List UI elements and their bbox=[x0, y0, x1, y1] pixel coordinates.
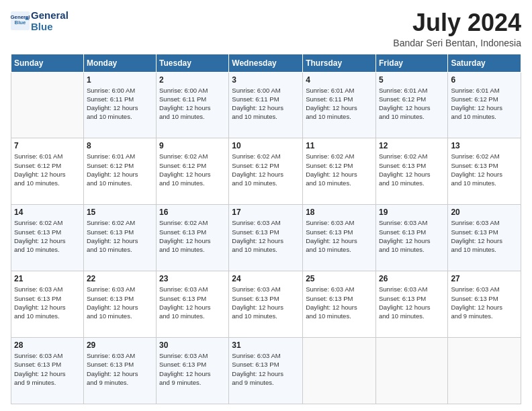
title-area: July 2024 Bandar Seri Bentan, Indonesia bbox=[393, 9, 521, 48]
day-info: Sunrise: 6:01 AM Sunset: 6:12 PM Dayligh… bbox=[451, 86, 518, 122]
day-cell: 24Sunrise: 6:03 AM Sunset: 6:13 PM Dayli… bbox=[229, 271, 303, 338]
day-number: 14 bbox=[14, 208, 81, 217]
day-info: Sunrise: 6:02 AM Sunset: 6:13 PM Dayligh… bbox=[14, 218, 81, 254]
day-cell: 28Sunrise: 6:03 AM Sunset: 6:13 PM Dayli… bbox=[11, 338, 84, 404]
day-number: 10 bbox=[232, 141, 300, 150]
day-info: Sunrise: 6:03 AM Sunset: 6:13 PM Dayligh… bbox=[14, 285, 81, 320]
month-title: July 2024 bbox=[393, 9, 521, 36]
day-cell: 25Sunrise: 6:03 AM Sunset: 6:13 PM Dayli… bbox=[303, 271, 376, 338]
day-number: 18 bbox=[306, 208, 373, 217]
day-info: Sunrise: 6:03 AM Sunset: 6:13 PM Dayligh… bbox=[232, 218, 300, 254]
day-number: 27 bbox=[451, 274, 518, 283]
day-info: Sunrise: 6:03 AM Sunset: 6:13 PM Dayligh… bbox=[159, 351, 226, 387]
day-cell: 13Sunrise: 6:02 AM Sunset: 6:13 PM Dayli… bbox=[448, 138, 521, 205]
day-info: Sunrise: 6:01 AM Sunset: 6:12 PM Dayligh… bbox=[87, 152, 153, 187]
day-info: Sunrise: 6:00 AM Sunset: 6:11 PM Dayligh… bbox=[159, 86, 226, 122]
day-number: 5 bbox=[379, 75, 445, 85]
day-cell bbox=[375, 338, 447, 404]
day-info: Sunrise: 6:03 AM Sunset: 6:13 PM Dayligh… bbox=[451, 285, 518, 320]
day-number: 8 bbox=[87, 141, 153, 150]
day-info: Sunrise: 6:01 AM Sunset: 6:12 PM Dayligh… bbox=[14, 152, 81, 187]
day-number: 2 bbox=[159, 75, 226, 85]
header-day-thursday: Thursday bbox=[303, 54, 376, 72]
day-cell: 15Sunrise: 6:02 AM Sunset: 6:13 PM Dayli… bbox=[83, 205, 156, 271]
header-day-friday: Friday bbox=[375, 54, 447, 72]
day-cell: 14Sunrise: 6:02 AM Sunset: 6:13 PM Dayli… bbox=[11, 205, 84, 271]
logo-text: General Blue bbox=[31, 9, 69, 33]
day-info: Sunrise: 6:00 AM Sunset: 6:11 PM Dayligh… bbox=[87, 86, 153, 122]
calendar-header: SundayMondayTuesdayWednesdayThursdayFrid… bbox=[11, 54, 521, 72]
day-info: Sunrise: 6:03 AM Sunset: 6:13 PM Dayligh… bbox=[306, 285, 373, 320]
day-number: 3 bbox=[232, 75, 300, 85]
day-info: Sunrise: 6:02 AM Sunset: 6:13 PM Dayligh… bbox=[87, 218, 153, 254]
page: General Blue General Blue July 2024 Band… bbox=[0, 0, 532, 411]
header-day-tuesday: Tuesday bbox=[157, 54, 229, 72]
day-number: 31 bbox=[232, 340, 300, 350]
svg-text:Blue: Blue bbox=[15, 20, 27, 26]
day-number: 24 bbox=[232, 274, 300, 283]
day-cell: 11Sunrise: 6:02 AM Sunset: 6:12 PM Dayli… bbox=[303, 138, 376, 205]
day-number: 9 bbox=[159, 141, 226, 150]
day-cell: 19Sunrise: 6:03 AM Sunset: 6:13 PM Dayli… bbox=[375, 205, 447, 271]
day-cell: 17Sunrise: 6:03 AM Sunset: 6:13 PM Dayli… bbox=[229, 205, 303, 271]
day-number: 17 bbox=[232, 208, 300, 217]
week-row-2: 7Sunrise: 6:01 AM Sunset: 6:12 PM Daylig… bbox=[11, 138, 521, 205]
day-cell: 27Sunrise: 6:03 AM Sunset: 6:13 PM Dayli… bbox=[448, 271, 521, 338]
day-cell: 21Sunrise: 6:03 AM Sunset: 6:13 PM Dayli… bbox=[11, 271, 84, 338]
day-cell: 5Sunrise: 6:01 AM Sunset: 6:12 PM Daylig… bbox=[375, 72, 447, 138]
day-cell: 6Sunrise: 6:01 AM Sunset: 6:12 PM Daylig… bbox=[448, 72, 521, 138]
day-number: 13 bbox=[451, 141, 518, 150]
day-number: 11 bbox=[306, 141, 373, 150]
day-number: 26 bbox=[379, 274, 445, 283]
day-info: Sunrise: 6:01 AM Sunset: 6:12 PM Dayligh… bbox=[379, 86, 445, 122]
header-day-monday: Monday bbox=[83, 54, 156, 72]
week-row-3: 14Sunrise: 6:02 AM Sunset: 6:13 PM Dayli… bbox=[11, 205, 521, 271]
day-info: Sunrise: 6:03 AM Sunset: 6:13 PM Dayligh… bbox=[14, 351, 81, 387]
calendar-table: SundayMondayTuesdayWednesdayThursdayFrid… bbox=[11, 54, 521, 404]
day-cell: 2Sunrise: 6:00 AM Sunset: 6:11 PM Daylig… bbox=[157, 72, 229, 138]
day-number: 30 bbox=[159, 340, 226, 350]
day-number: 15 bbox=[87, 208, 153, 217]
logo-icon: General Blue bbox=[11, 11, 30, 30]
header-row: SundayMondayTuesdayWednesdayThursdayFrid… bbox=[11, 54, 521, 72]
day-info: Sunrise: 6:02 AM Sunset: 6:13 PM Dayligh… bbox=[159, 218, 226, 254]
day-cell: 18Sunrise: 6:03 AM Sunset: 6:13 PM Dayli… bbox=[303, 205, 376, 271]
day-cell bbox=[303, 338, 376, 404]
week-row-5: 28Sunrise: 6:03 AM Sunset: 6:13 PM Dayli… bbox=[11, 338, 521, 404]
day-cell: 30Sunrise: 6:03 AM Sunset: 6:13 PM Dayli… bbox=[157, 338, 229, 404]
day-info: Sunrise: 6:03 AM Sunset: 6:13 PM Dayligh… bbox=[379, 218, 445, 254]
day-cell: 3Sunrise: 6:00 AM Sunset: 6:11 PM Daylig… bbox=[229, 72, 303, 138]
day-cell: 8Sunrise: 6:01 AM Sunset: 6:12 PM Daylig… bbox=[83, 138, 156, 205]
day-cell: 16Sunrise: 6:02 AM Sunset: 6:13 PM Dayli… bbox=[157, 205, 229, 271]
day-info: Sunrise: 6:03 AM Sunset: 6:13 PM Dayligh… bbox=[306, 218, 373, 254]
header-day-saturday: Saturday bbox=[448, 54, 521, 72]
day-info: Sunrise: 6:02 AM Sunset: 6:13 PM Dayligh… bbox=[451, 152, 518, 187]
day-cell: 9Sunrise: 6:02 AM Sunset: 6:12 PM Daylig… bbox=[157, 138, 229, 205]
day-info: Sunrise: 6:03 AM Sunset: 6:13 PM Dayligh… bbox=[87, 285, 153, 320]
day-cell bbox=[11, 72, 84, 138]
day-cell: 10Sunrise: 6:02 AM Sunset: 6:12 PM Dayli… bbox=[229, 138, 303, 205]
day-info: Sunrise: 6:02 AM Sunset: 6:12 PM Dayligh… bbox=[232, 152, 300, 187]
day-cell: 4Sunrise: 6:01 AM Sunset: 6:11 PM Daylig… bbox=[303, 72, 376, 138]
day-number: 6 bbox=[451, 75, 518, 85]
day-cell bbox=[448, 338, 521, 404]
logo: General Blue General Blue bbox=[11, 9, 69, 33]
day-info: Sunrise: 6:03 AM Sunset: 6:13 PM Dayligh… bbox=[379, 285, 445, 320]
day-number: 28 bbox=[14, 340, 81, 350]
day-cell: 12Sunrise: 6:02 AM Sunset: 6:13 PM Dayli… bbox=[375, 138, 447, 205]
calendar-body: 1Sunrise: 6:00 AM Sunset: 6:11 PM Daylig… bbox=[11, 72, 521, 404]
day-number: 25 bbox=[306, 274, 373, 283]
header-day-sunday: Sunday bbox=[11, 54, 84, 72]
day-cell: 29Sunrise: 6:03 AM Sunset: 6:13 PM Dayli… bbox=[83, 338, 156, 404]
day-number: 7 bbox=[14, 141, 81, 150]
day-info: Sunrise: 6:03 AM Sunset: 6:13 PM Dayligh… bbox=[232, 351, 300, 387]
day-number: 16 bbox=[159, 208, 226, 217]
day-info: Sunrise: 6:01 AM Sunset: 6:11 PM Dayligh… bbox=[306, 86, 373, 122]
day-number: 1 bbox=[87, 75, 153, 85]
day-cell: 22Sunrise: 6:03 AM Sunset: 6:13 PM Dayli… bbox=[83, 271, 156, 338]
day-number: 23 bbox=[159, 274, 226, 283]
day-info: Sunrise: 6:02 AM Sunset: 6:12 PM Dayligh… bbox=[159, 152, 226, 187]
day-cell: 23Sunrise: 6:03 AM Sunset: 6:13 PM Dayli… bbox=[157, 271, 229, 338]
day-cell: 31Sunrise: 6:03 AM Sunset: 6:13 PM Dayli… bbox=[229, 338, 303, 404]
location: Bandar Seri Bentan, Indonesia bbox=[393, 38, 521, 48]
